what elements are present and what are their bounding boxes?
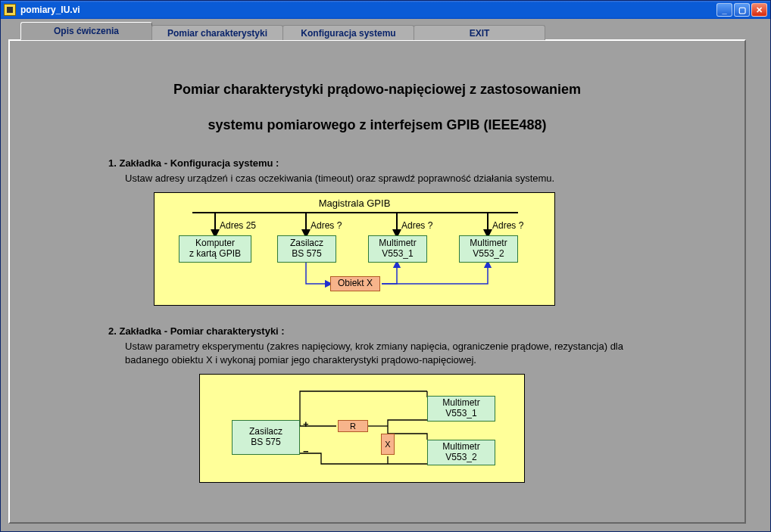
section-2-text: Ustaw parametry eksperymentu (zakres nap… — [125, 340, 669, 366]
page-title: Pomiar charakterystyki prądowo-napięciow… — [10, 64, 744, 135]
psu-plus-sign: + — [303, 418, 309, 430]
addr-1: Adres ? — [311, 220, 342, 231]
section-2: 2. Zakładka - Pomiar charakterystyki : U… — [108, 325, 669, 483]
section-2-heading: 2. Zakładka - Pomiar charakterystyki : — [108, 325, 669, 337]
tab-label: Opis ćwiczenia — [54, 26, 119, 36]
diagram-gpib-bus: Magistrala GPIB — [154, 192, 555, 306]
section-1: 1. Zakładka - Konfiguracja systemu : Ust… — [108, 157, 669, 306]
addr-0: Adres 25 — [220, 220, 256, 231]
tab-label: Pomiar charakterystyki — [167, 28, 267, 39]
window-title: pomiary_IU.vi — [20, 5, 716, 15]
circuit-x: X — [381, 434, 395, 455]
tab-pomiar-charakterystyki[interactable]: Pomiar charakterystyki — [151, 25, 283, 40]
tab-konfiguracja-systemu[interactable]: Konfiguracja systemu — [282, 25, 414, 40]
box-multimetr-1: Multimetr V553_1 — [368, 235, 427, 263]
client-area: Opis ćwiczenia Pomiar charakterystyki Ko… — [1, 19, 770, 531]
box-multimetr-2: Multimetr V553_2 — [459, 235, 518, 263]
tab-exit[interactable]: EXIT — [414, 25, 545, 40]
circuit-multimetr-2: Multimetr V553_2 — [427, 440, 495, 465]
section-1-heading: 1. Zakładka - Konfiguracja systemu : — [108, 157, 669, 169]
tab-label: EXIT — [470, 28, 490, 39]
diagram-measurement-circuit: Zasilacz BS 575 + − R X Multimetr V553_1… — [199, 374, 525, 483]
tab-opis-cwiczenia[interactable]: Opis ćwiczenia — [20, 22, 152, 40]
app-window: pomiary_IU.vi _ ▢ ✕ Opis ćwiczenia Pomia… — [0, 0, 771, 532]
circuit-r: R — [338, 420, 368, 432]
circuit-psu: Zasilacz BS 575 — [232, 420, 300, 455]
psu-minus-sign: − — [303, 446, 309, 457]
tab-label: Konfiguracja systemu — [301, 28, 395, 39]
maximize-button[interactable]: ▢ — [734, 3, 750, 17]
box-obiekt-x: Obiekt X — [330, 276, 380, 291]
titlebar[interactable]: pomiary_IU.vi _ ▢ ✕ — [1, 1, 770, 19]
addr-3: Adres ? — [492, 220, 523, 231]
box-zasilacz: Zasilacz BS 575 — [277, 235, 336, 263]
circuit-multimetr-1: Multimetr V553_1 — [427, 396, 495, 422]
minimize-button[interactable]: _ — [716, 3, 732, 17]
box-komputer: Komputer z kartą GPIB — [179, 235, 251, 263]
tabstrip: Opis ćwiczenia Pomiar charakterystyki Ko… — [20, 25, 763, 40]
tab-panel: Pomiar charakterystyki prądowo-napięciow… — [8, 39, 746, 524]
close-button[interactable]: ✕ — [751, 3, 767, 17]
addr-2: Adres ? — [401, 220, 432, 231]
section-1-text: Ustaw adresy urządzeń i czas oczekiwania… — [125, 172, 669, 185]
app-icon — [4, 4, 16, 16]
